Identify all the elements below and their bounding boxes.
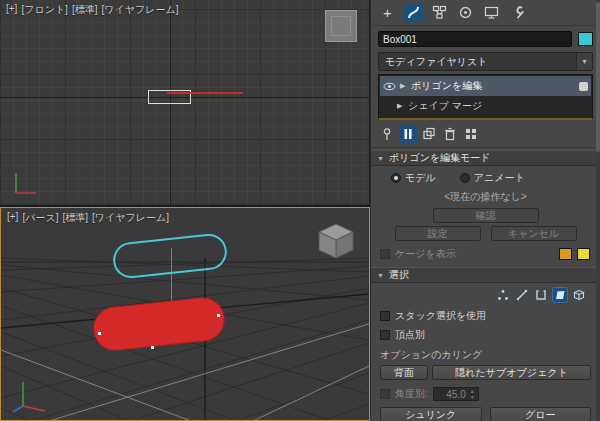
viewcube[interactable]	[325, 10, 357, 42]
panel-separator	[371, 147, 600, 148]
viewport-menu-shading[interactable]: [ワイヤフレーム]	[92, 211, 169, 225]
cage-color-swatch[interactable]	[559, 248, 572, 260]
viewport-menu-shading[interactable]: [ワイヤフレーム]	[101, 3, 178, 17]
tab-hierarchy[interactable]	[430, 3, 449, 22]
rollout-title: ポリゴンを編集モード	[389, 151, 491, 165]
viewport-front[interactable]: [+] [フロント] [標準] [ワイヤフレーム]	[0, 0, 370, 205]
viewport-perspective[interactable]: [+] [パース] [標準] [ワイヤフレーム]	[0, 207, 370, 421]
viewport-menu-general[interactable]: [+]	[6, 3, 17, 17]
border-mode-button[interactable]	[533, 287, 549, 303]
polygon-mode-button[interactable]	[552, 287, 568, 303]
viewport-menu-view[interactable]: [パース]	[22, 211, 58, 225]
3dsmax-window: [+] [フロント] [標準] [ワイヤフレーム]	[0, 0, 600, 421]
settings-button[interactable]: 設定	[395, 226, 481, 241]
viewport-menu-standard[interactable]: [標準]	[62, 211, 88, 225]
subobject-level-buttons	[371, 283, 600, 306]
settings-cancel-row: 設定 キャンセル	[371, 226, 600, 241]
show-cage-checkbox[interactable]	[380, 249, 390, 259]
expand-icon[interactable]: ▶	[397, 102, 404, 110]
radio-animate[interactable]: アニメート	[460, 171, 525, 185]
radio-animate-label: アニメート	[474, 171, 525, 185]
viewport-persp-menu: [+] [パース] [標準] [ワイヤフレーム]	[7, 211, 169, 225]
viewport-menu-general[interactable]: [+]	[7, 211, 18, 225]
hidden-subobjects-button[interactable]: 隠れたサブオブジェクト	[432, 365, 591, 380]
angle-spinner[interactable]: 45.0 ▲ ▼	[433, 387, 479, 401]
remove-modifier-button[interactable]	[441, 125, 459, 143]
command-panel-tabs: +	[371, 0, 600, 26]
use-stack-selection-checkbox[interactable]	[380, 311, 390, 321]
radio-model-label: モデル	[405, 171, 436, 185]
vertex-icon	[497, 289, 509, 301]
modifier-label: シェイプ マージ	[408, 99, 588, 113]
rollout-open-icon: ▼	[377, 155, 384, 162]
show-cage-label: ケージを表示	[395, 247, 456, 261]
tab-motion[interactable]	[456, 3, 475, 22]
shape-spline-profile[interactable]	[167, 92, 243, 94]
element-icon	[573, 289, 585, 301]
viewport-menu-view[interactable]: [フロント]	[21, 3, 68, 17]
cage-selected-color-swatch[interactable]	[577, 248, 590, 260]
trash-icon	[443, 127, 457, 141]
radio-model[interactable]: モデル	[391, 171, 436, 185]
rollout-selection[interactable]: ▼ 選択	[371, 267, 600, 283]
modifier-label: ポリゴンを編集	[411, 79, 575, 93]
hierarchy-icon	[432, 5, 447, 20]
axis-tripod-icon	[7, 366, 51, 414]
tab-create[interactable]: +	[378, 3, 397, 22]
tab-modify[interactable]	[404, 3, 423, 22]
panel-scrollbar[interactable]	[596, 0, 600, 421]
modifier-enabled-toggle-icon[interactable]	[579, 82, 588, 91]
modifier-stack-toolbar	[378, 123, 593, 144]
viewport-menu-standard[interactable]: [標準]	[72, 3, 98, 17]
tab-utilities[interactable]	[508, 3, 527, 22]
configure-sets-icon	[464, 127, 478, 141]
command-panel: + モディファイヤリスト ▾	[370, 0, 600, 421]
grow-button[interactable]: グロー	[490, 407, 592, 421]
edge-icon	[516, 289, 528, 301]
spin-down-icon[interactable]: ▼	[468, 394, 477, 400]
show-cage-row: ケージを表示	[371, 244, 600, 265]
make-unique-icon	[422, 127, 436, 141]
shrink-button[interactable]: シュリンク	[380, 407, 482, 421]
by-vertex-checkbox[interactable]	[380, 330, 390, 340]
commit-button[interactable]: 確認	[433, 208, 539, 223]
rollout-title: 選択	[389, 268, 409, 282]
show-end-result-icon	[401, 127, 415, 141]
rollout-edit-poly-mode[interactable]: ▼ ポリゴンを編集モード	[371, 150, 600, 166]
expand-icon[interactable]: ▶	[400, 82, 407, 90]
create-icon: +	[383, 5, 392, 20]
object-name-row	[371, 26, 600, 50]
by-angle-checkbox[interactable]	[380, 389, 390, 399]
use-stack-selection-row[interactable]: スタック選択を使用	[371, 306, 600, 325]
backface-button[interactable]: 背面	[380, 365, 428, 380]
element-mode-button[interactable]	[571, 287, 587, 303]
vertex-mode-button[interactable]	[495, 287, 511, 303]
viewcube[interactable]	[315, 220, 357, 262]
modifier-list-dropdown[interactable]: モディファイヤリスト ▾	[378, 52, 593, 71]
modify-icon	[406, 5, 421, 20]
shrink-grow-row: シュリンク グロー	[371, 403, 600, 421]
edge-mode-button[interactable]	[514, 287, 530, 303]
show-end-result-button[interactable]	[399, 125, 417, 143]
pin-icon	[380, 127, 394, 141]
rollout-open-icon: ▼	[377, 272, 384, 279]
object-name-input[interactable]	[378, 31, 572, 47]
angle-value: 45.0	[446, 389, 465, 400]
cancel-button[interactable]: キャンセル	[491, 226, 577, 241]
motion-icon	[458, 5, 473, 20]
pin-stack-button[interactable]	[378, 125, 396, 143]
border-icon	[535, 289, 547, 301]
display-icon	[484, 5, 499, 20]
polygon-icon	[554, 289, 566, 301]
modifier-list-label: モディファイヤリスト	[385, 55, 487, 69]
configure-modifier-sets-button[interactable]	[462, 125, 480, 143]
modifier-stack-row-edit-poly[interactable]: ▶ ポリゴンを編集	[380, 76, 591, 96]
modifier-stack-row-shape-merge[interactable]: ▶ シェイプ マージ	[380, 96, 591, 116]
by-vertex-row[interactable]: 頂点別	[371, 325, 600, 344]
scrollbar-thumb[interactable]	[596, 2, 600, 152]
tab-display[interactable]	[482, 3, 501, 22]
by-vertex-label: 頂点別	[395, 328, 425, 342]
spinner-arrows[interactable]: ▲ ▼	[468, 388, 477, 400]
object-color-swatch[interactable]	[578, 32, 593, 46]
make-unique-button[interactable]	[420, 125, 438, 143]
